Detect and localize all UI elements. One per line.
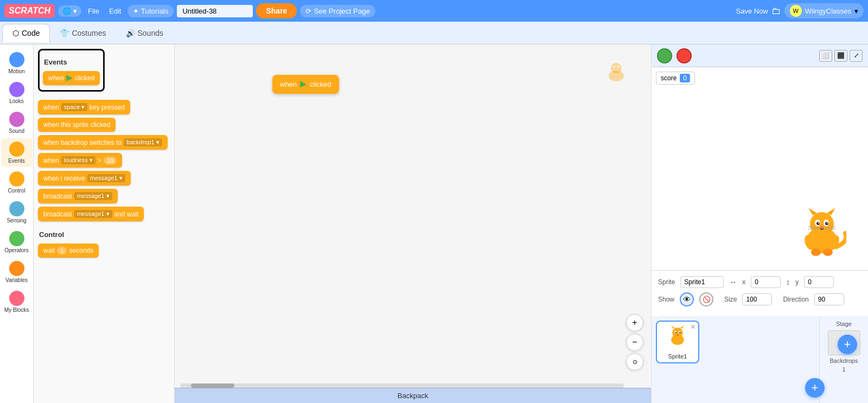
loudness-value[interactable]: 10 (104, 157, 117, 164)
svg-point-24 (823, 248, 833, 256)
right-panel: ⬜ ⬛ ⤢ score 0 (651, 44, 868, 403)
file-menu[interactable]: File (85, 7, 103, 15)
stage-header: ⬜ ⬛ ⤢ (652, 44, 868, 67)
see-project-label: See Project Page (314, 7, 370, 15)
when-key-text: when (43, 104, 59, 111)
message1-dropdown-broadcast[interactable]: message1 ▾ (74, 192, 112, 200)
tab-code[interactable]: ⬡ Code (2, 24, 50, 42)
events-dot (9, 142, 24, 157)
block-when-key-pressed[interactable]: when space ▾ key pressed (38, 100, 130, 114)
block-when-text: when (48, 74, 64, 82)
direction-input[interactable] (814, 293, 844, 305)
score-label: score (661, 74, 676, 82)
sprite-delete-icon[interactable]: ✕ (690, 323, 696, 331)
events-highlight-box: Events when clicked (38, 49, 105, 92)
small-stage-button[interactable]: ⬜ (819, 50, 832, 62)
fullscreen-button[interactable]: ⤢ (850, 50, 863, 62)
sprites-section: ✕ (652, 316, 868, 403)
sidebar-item-sensing[interactable]: Sensing (1, 198, 33, 227)
user-area[interactable]: W WiingyClasses ▾ (784, 3, 864, 18)
sprite-info: Sprite ↔ x ↕ y Show 👁 🚫 Size Direction (652, 270, 868, 316)
user-chevron: ▾ (854, 7, 858, 15)
sidebar-item-motion[interactable]: Motion (1, 49, 33, 78)
sprite-info-row-2: Show 👁 🚫 Size Direction (658, 292, 861, 306)
arrow-x-icon: ↔ (729, 278, 737, 286)
tab-sounds[interactable]: 🔊 Sounds (116, 24, 173, 42)
add-backdrop-button[interactable]: + (805, 378, 825, 398)
zoom-in-button[interactable]: + (626, 314, 643, 331)
edit-menu[interactable]: Edit (106, 7, 124, 15)
code-tab-label: Code (22, 29, 40, 37)
sound-dot (9, 112, 24, 127)
sidebar-item-events[interactable]: Events (1, 138, 33, 167)
svg-point-1 (611, 63, 622, 74)
horizontal-scrollbar[interactable] (180, 383, 624, 388)
add-sprite-button[interactable]: + (838, 335, 857, 354)
block-when-flag-clicked[interactable]: when clicked (43, 71, 100, 85)
backdrops-label: Backdrops (830, 357, 858, 364)
x-input[interactable] (751, 276, 781, 288)
sprite-name-input[interactable] (680, 276, 724, 288)
sidebar-label-control: Control (8, 188, 25, 194)
large-stage-button[interactable]: ⬛ (834, 50, 847, 62)
score-value: 0 (680, 74, 690, 82)
scratch-logo[interactable]: SCRATCH (4, 4, 55, 18)
key-pressed-text: key pressed (90, 104, 125, 111)
folder-icon-button[interactable]: 🗀 (771, 5, 781, 17)
wait-value[interactable]: 1 (57, 247, 67, 254)
motion-dot (9, 52, 24, 67)
canvas-when-clicked-block[interactable]: when clicked (272, 75, 339, 94)
seconds-text: seconds (69, 247, 93, 254)
sidebar-item-looks[interactable]: Looks (1, 79, 33, 107)
svg-point-13 (825, 222, 828, 225)
sprite-card-sprite1[interactable]: ✕ (656, 321, 699, 363)
top-nav: SCRATCH 🌐 ▾ File Edit ✦ Tutorials Share … (0, 0, 868, 22)
block-when-receive[interactable]: when i receive message1 ▾ (38, 171, 131, 185)
block-wait[interactable]: wait 1 seconds (38, 244, 99, 258)
sounds-tab-label: Sounds (138, 29, 163, 37)
sidebar-item-my-blocks[interactable]: My Blocks (1, 287, 33, 316)
tab-costumes[interactable]: 👕 Costumes (50, 24, 116, 42)
sprites-list: ✕ (652, 316, 819, 403)
save-now-button[interactable]: Save Now (736, 7, 768, 15)
green-flag-button[interactable] (657, 48, 672, 63)
key-dropdown[interactable]: space ▾ (61, 103, 87, 111)
show-hidden-button[interactable]: 🚫 (699, 292, 713, 306)
sidebar-item-variables[interactable]: Variables (1, 258, 33, 286)
block-when-loudness[interactable]: when loudness ▾ > 10 (38, 153, 122, 168)
sidebar-item-operators[interactable]: Operators (1, 228, 33, 257)
block-when-backdrop-switches[interactable]: when backdrop switches to backdrop1 ▾ (38, 135, 168, 150)
block-when-sprite-clicked[interactable]: when this sprite clicked (38, 118, 116, 132)
sidebar-item-control[interactable]: Control (1, 168, 33, 197)
zoom-out-button[interactable]: − (626, 334, 643, 351)
zoom-reset-button[interactable]: ⊙ (626, 353, 643, 370)
svg-point-33 (677, 334, 678, 335)
show-visible-button[interactable]: 👁 (680, 292, 694, 306)
globe-button[interactable]: 🌐 ▾ (58, 5, 81, 17)
arrow-y-icon: ↕ (786, 278, 790, 286)
backdrop-dropdown[interactable]: backdrop1 ▾ (124, 138, 162, 146)
sidebar-label-operators: Operators (4, 247, 28, 253)
control-section-header: Control (38, 231, 170, 239)
message1-dropdown-receive[interactable]: message1 ▾ (87, 174, 125, 182)
control-dot (9, 171, 24, 187)
stop-button[interactable] (676, 48, 692, 63)
y-input[interactable] (804, 276, 834, 288)
loudness-dropdown[interactable]: loudness ▾ (61, 156, 95, 164)
see-project-button[interactable]: ⟳ See Project Page (300, 5, 375, 17)
block-broadcast-wait[interactable]: broadcast message1 ▾ and wait (38, 207, 144, 221)
my-blocks-dot (9, 291, 24, 306)
size-input[interactable] (742, 293, 772, 305)
svg-point-32 (679, 332, 680, 333)
canvas-clicked-text: clicked (310, 80, 331, 88)
tutorials-button[interactable]: ✦ Tutorials (127, 5, 174, 17)
project-title-input[interactable] (177, 5, 253, 17)
backpack-bar[interactable]: Backpack (175, 388, 651, 403)
message1-dropdown-wait[interactable]: message1 ▾ (74, 210, 112, 218)
sprite-card-name: Sprite1 (668, 353, 687, 360)
block-broadcast[interactable]: broadcast message1 ▾ (38, 189, 118, 203)
sidebar-item-sound[interactable]: Sound (1, 108, 33, 137)
scrollbar-thumb (191, 383, 234, 388)
share-button[interactable]: Share (256, 3, 297, 18)
stage-section: Stage Backdrops 1 (819, 316, 868, 403)
